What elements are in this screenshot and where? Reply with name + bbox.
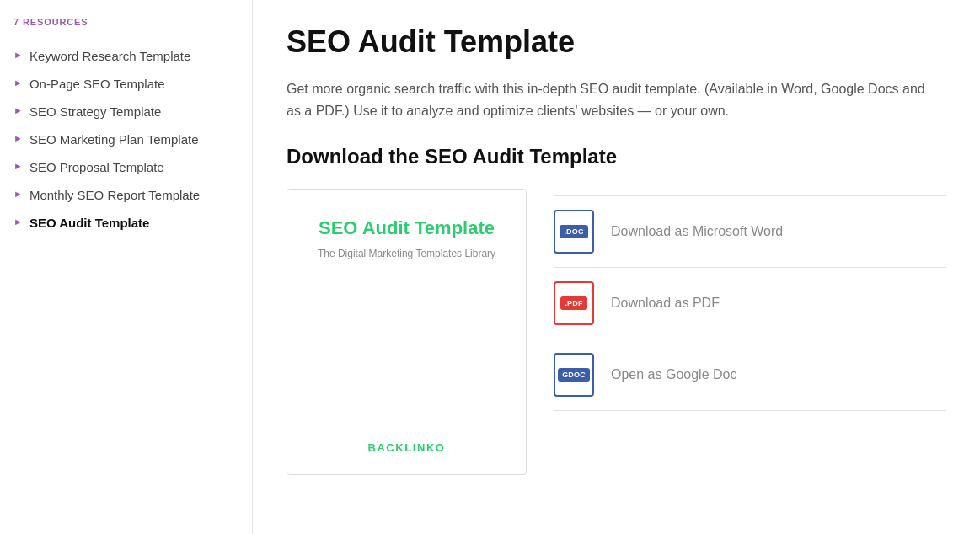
- doc-file-icon: .DOC: [554, 210, 594, 254]
- sidebar-item-on-page-seo[interactable]: ► On-Page SEO Template: [13, 70, 238, 98]
- page-title: SEO Audit Template: [287, 24, 946, 60]
- download-word-label: Download as Microsoft Word: [611, 224, 783, 239]
- download-pdf-label: Download as PDF: [611, 296, 720, 311]
- gdoc-badge: GDOC: [558, 368, 590, 382]
- template-card-title: SEO Audit Template: [318, 216, 495, 241]
- download-section-title: Download the SEO Audit Template: [287, 145, 946, 168]
- sidebar: 7 RESOURCES ► Keyword Research Template …: [0, 0, 253, 534]
- download-area: SEO Audit Template The Digital Marketing…: [287, 189, 946, 475]
- download-pdf-option[interactable]: .PDF Download as PDF: [554, 268, 946, 339]
- chevron-right-icon: ►: [13, 161, 23, 171]
- sidebar-item-seo-strategy[interactable]: ► SEO Strategy Template: [13, 98, 238, 125]
- page-description: Get more organic search traffic with thi…: [287, 78, 927, 121]
- sidebar-item-seo-marketing-plan[interactable]: ► SEO Marketing Plan Template: [13, 125, 238, 153]
- sidebar-item-seo-audit[interactable]: ► SEO Audit Template: [13, 209, 238, 237]
- chevron-right-icon: ►: [13, 105, 23, 115]
- doc-badge: .DOC: [560, 225, 587, 238]
- sidebar-item-label: SEO Strategy Template: [29, 103, 161, 120]
- sidebar-item-label: On-Page SEO Template: [29, 75, 165, 93]
- template-preview-card: SEO Audit Template The Digital Marketing…: [287, 189, 527, 475]
- sidebar-item-label: SEO Audit Template: [29, 214, 150, 232]
- main-content: SEO Audit Template Get more organic sear…: [253, 0, 980, 534]
- template-card-subtitle: The Digital Marketing Templates Library: [318, 248, 495, 259]
- pdf-badge: .PDF: [560, 296, 586, 310]
- sidebar-item-label: SEO Marketing Plan Template: [29, 131, 199, 148]
- download-gdoc-label: Open as Google Doc: [611, 367, 736, 382]
- sidebar-item-monthly-seo-report[interactable]: ► Monthly SEO Report Template: [13, 181, 238, 209]
- download-options-list: .DOC Download as Microsoft Word .PDF Dow…: [554, 189, 946, 411]
- sidebar-item-label: Monthly SEO Report Template: [29, 186, 200, 204]
- sidebar-item-seo-proposal[interactable]: ► SEO Proposal Template: [13, 153, 238, 181]
- download-gdoc-option[interactable]: GDOC Open as Google Doc: [554, 339, 946, 411]
- chevron-right-icon: ►: [13, 189, 23, 199]
- chevron-right-icon: ►: [13, 50, 23, 60]
- template-card-brand: BACKLINKO: [367, 441, 445, 454]
- gdoc-file-icon: GDOC: [554, 353, 594, 397]
- download-word-option[interactable]: .DOC Download as Microsoft Word: [554, 195, 946, 268]
- chevron-right-icon: ►: [13, 133, 23, 143]
- sidebar-item-label: SEO Proposal Template: [29, 158, 164, 176]
- sidebar-item-keyword-research[interactable]: ► Keyword Research Template: [13, 42, 238, 70]
- chevron-right-icon: ►: [13, 216, 23, 227]
- sidebar-item-label: Keyword Research Template: [29, 47, 190, 65]
- chevron-right-icon: ►: [13, 77, 23, 88]
- resources-count-label: 7 RESOURCES: [13, 17, 238, 27]
- pdf-file-icon: .PDF: [554, 281, 594, 325]
